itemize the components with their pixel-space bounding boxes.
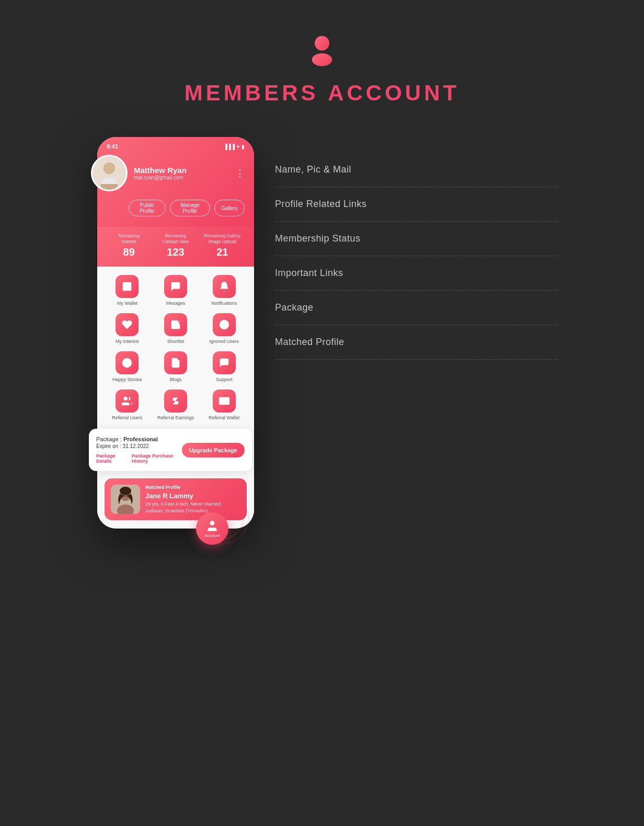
my-interest-label: My Interest — [116, 339, 139, 344]
referral-earnings-button[interactable] — [164, 389, 187, 412]
upgrade-package-button[interactable]: Upgrade Package — [182, 443, 245, 457]
notifications-button[interactable] — [213, 275, 236, 298]
sidebar-label-profile-links: Profile Related Links — [275, 199, 367, 210]
stat-contact: RemainingContact View 123 — [152, 233, 199, 258]
messages-button[interactable] — [164, 275, 187, 298]
icon-grid: My Wallet Mesages Notifications — [105, 275, 247, 420]
sidebar-item-important-links: Important Links — [275, 256, 557, 291]
package-purchase-history-link[interactable]: Package Purchase History — [132, 453, 182, 464]
page-title: MEMBERS ACCOUNT — [185, 81, 459, 106]
title-prefix: MEMBERS — [185, 81, 319, 105]
list-item: Shortlist — [153, 313, 199, 344]
battery-icon: ▮ — [242, 144, 245, 150]
my-interest-button[interactable] — [116, 313, 139, 336]
referral-users-label: Referral Users — [112, 415, 142, 420]
sidebar-item-package: Package — [275, 291, 557, 325]
package-info: Package : Professional Expire on : 31.12… — [96, 436, 182, 464]
happy-stories-button[interactable] — [116, 351, 139, 374]
list-item: Referral Users — [105, 389, 150, 420]
package-links: Package Details Package Purchase History — [96, 453, 182, 464]
sidebar-label-package: Package — [275, 302, 314, 313]
package-title: Package : Professional — [96, 436, 182, 442]
svg-point-5 — [104, 163, 114, 174]
messages-label: Mesages — [166, 301, 186, 306]
public-profile-button[interactable]: Public Profile — [129, 200, 166, 216]
happy-stories-label: Happy Stories — [112, 377, 142, 382]
svg-point-1 — [312, 53, 332, 66]
ignored-users-label: Ignored Users — [209, 339, 239, 344]
menu-dots-icon[interactable]: ⋮ — [235, 167, 245, 179]
svg-point-0 — [315, 36, 329, 51]
sidebar-label-important-links: Important Links — [275, 268, 343, 279]
sidebar-item-membership-status: Membership Status — [275, 222, 557, 256]
wifi-icon: ▾ — [237, 144, 239, 150]
status-bar: 9:41 ▐▐▐ ▾ ▮ — [107, 143, 245, 150]
account-tab-label: Account — [205, 533, 220, 538]
signal-icon: ▐▐▐ — [224, 144, 235, 150]
sidebar-labels: Name, Pic & Mail Profile Related Links M… — [275, 137, 557, 360]
list-item: Referral Wallet — [201, 389, 247, 420]
sidebar-label-membership-status: Membership Status — [275, 233, 361, 244]
package-expire: Expire on : 31.12.2022 — [96, 443, 182, 449]
stat-gallery-value: 21 — [199, 246, 246, 258]
support-button[interactable] — [213, 351, 236, 374]
ignored-users-button[interactable] — [213, 313, 236, 336]
stats-row: RemainingInterest 89 RemainingContact Vi… — [97, 227, 254, 267]
main-content: 9:41 ▐▐▐ ▾ ▮ — [87, 137, 557, 529]
sidebar-item-matched-profile: Matched Profile — [275, 325, 557, 360]
my-wallet-label: My Wallet — [117, 301, 137, 306]
list-item: My Interest — [105, 313, 150, 344]
profile-info: Matthew Ryan mat.ryan@gmail.com — [134, 166, 229, 180]
notifications-label: Notifications — [211, 301, 237, 306]
referral-wallet-button[interactable] — [213, 389, 236, 412]
package-expire-date: 31.12.2022 — [123, 443, 149, 449]
list-item: Happy Stories — [105, 351, 150, 382]
phone-header: 9:41 ▐▐▐ ▾ ▮ — [97, 137, 254, 227]
sidebar-label-matched-profile: Matched Profile — [275, 337, 344, 348]
phone-screen: 9:41 ▐▐▐ ▾ ▮ — [97, 137, 254, 529]
my-wallet-button[interactable] — [116, 275, 139, 298]
status-time: 9:41 — [107, 143, 118, 150]
title-accent: ACCOUNT — [328, 81, 459, 105]
svg-rect-16 — [219, 397, 229, 405]
status-icons: ▐▐▐ ▾ ▮ — [224, 144, 245, 150]
profile-area: Matthew Ryan mat.ryan@gmail.com ⋮ — [107, 155, 245, 196]
package-type: Professional — [123, 436, 158, 442]
stat-interest: RemainingInterest 89 — [106, 233, 152, 258]
matched-avatar — [111, 485, 140, 514]
account-tab-button[interactable]: Account — [196, 512, 228, 545]
sidebar-label-name-pic-mail: Name, Pic & Mail — [275, 164, 351, 175]
phone-mockup: 9:41 ▐▐▐ ▾ ▮ — [87, 137, 254, 529]
svg-point-21 — [120, 487, 131, 495]
manage-profile-button[interactable]: Manage Profile — [170, 200, 211, 216]
profile-email: mat.ryan@gmail.com — [134, 175, 229, 180]
sidebar-item-profile-links: Profile Related Links — [275, 187, 557, 222]
stat-interest-value: 89 — [106, 246, 152, 258]
avatar — [91, 155, 128, 191]
phone-body: My Wallet Mesages Notifications — [97, 267, 254, 529]
stat-gallery-label: Remaining GalleryImage Upload — [199, 233, 246, 245]
account-fab-rings: Account — [197, 492, 249, 544]
shortlist-button[interactable] — [164, 313, 187, 336]
gallery-button[interactable]: Gallery — [214, 200, 245, 216]
sidebar-item-name-pic-mail: Name, Pic & Mail — [275, 153, 557, 187]
stat-gallery: Remaining GalleryImage Upload 21 — [199, 233, 246, 258]
blogs-button[interactable] — [164, 351, 187, 374]
blogs-label: Blogs — [170, 377, 182, 382]
package-details-link[interactable]: Package Details — [96, 453, 126, 464]
package-card: Package : Professional Expire on : 31.12… — [89, 429, 252, 471]
svg-point-14 — [124, 397, 128, 400]
support-label: Support — [216, 377, 233, 382]
svg-point-22 — [210, 521, 215, 526]
referral-users-button[interactable] — [116, 389, 139, 412]
stat-contact-value: 123 — [152, 246, 199, 258]
list-item: Support — [201, 351, 247, 382]
profile-buttons: Public Profile Manage Profile Gallery — [129, 200, 245, 216]
list-item: Ignored Users — [201, 313, 247, 344]
shortlist-label: Shortlist — [167, 339, 185, 344]
header-user-icon — [304, 31, 340, 70]
referral-earnings-label: Referral Earnings — [157, 415, 194, 420]
list-item: Referral Earnings — [153, 389, 199, 420]
list-item: Notifications — [201, 275, 247, 306]
svg-point-6 — [219, 320, 228, 329]
